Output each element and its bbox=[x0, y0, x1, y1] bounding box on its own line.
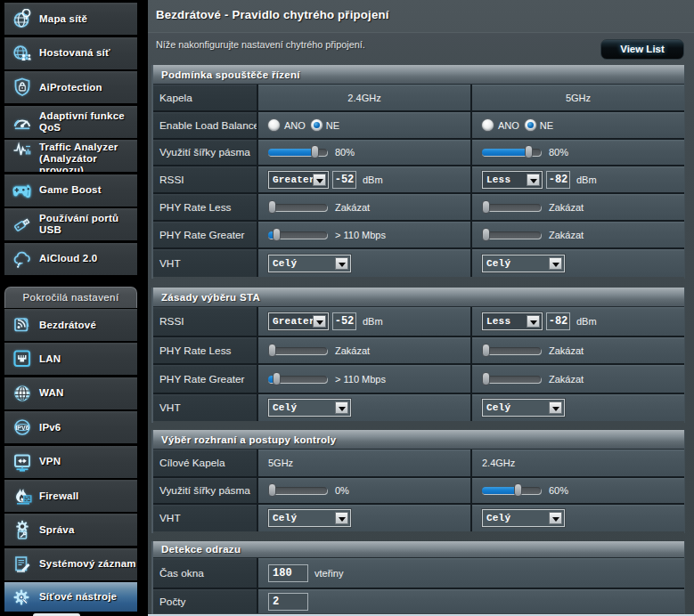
svg-text:IPV6: IPV6 bbox=[15, 425, 29, 431]
